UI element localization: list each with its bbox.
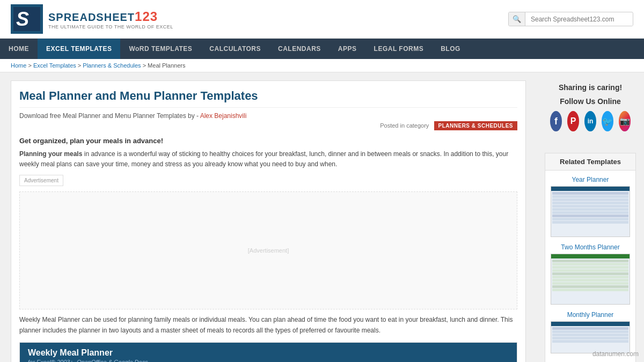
sharing-title: Sharing is caring! [550, 83, 631, 92]
facebook-icon[interactable]: f [550, 111, 562, 131]
search-icon: 🔍 [509, 12, 525, 26]
follow-title: Follow Us Online [550, 97, 631, 106]
breadcrumb-planners[interactable]: Planners & Schedules [83, 62, 141, 69]
search-input[interactable] [525, 13, 633, 26]
template-subtitle: for Excel® 2003+, OpenOffice & Google Do… [28, 359, 509, 362]
related-monthly-planner: Monthly Planner [551, 311, 630, 353]
main-content: Meal Planner and Menu Planner Templates … [0, 72, 537, 362]
category-bar: Posted in category PLANNERS & SCHEDULES [19, 120, 517, 131]
search-box[interactable]: 🔍 [508, 12, 633, 26]
nav-word-templates[interactable]: WoRD TEMPLATES [120, 39, 201, 59]
related-two-months-planner: Two Months Planner [551, 243, 630, 305]
breadcrumb-current: Meal Planners [148, 62, 185, 69]
sidebar: Sharing is caring! Follow Us Online f P … [537, 72, 644, 362]
related-title: Related Templates [545, 153, 635, 171]
instagram-icon[interactable]: 📷 [619, 111, 631, 131]
main-nav: HOME EXCEL TEMPLATES WoRD TEMPLATES CALC… [0, 39, 644, 59]
template-card-header: Weekly Meal Planner for Excel® 2003+, Op… [20, 343, 517, 362]
linkedin-icon[interactable]: in [584, 111, 596, 131]
template-title: Weekly Meal Planner [28, 348, 509, 358]
nav-calendars[interactable]: CALENDARS [269, 39, 330, 59]
related-templates: Related Templates Year Planner [545, 153, 636, 362]
watermark: datanumen.com [592, 350, 639, 358]
social-icons: f P in 🐦 📷 [550, 111, 631, 131]
breadcrumb: Home > Excel Templates > Planners & Sche… [0, 59, 644, 72]
nav-excel-templates[interactable]: EXCEL TEMPLATES [38, 39, 120, 59]
nav-calculators[interactable]: CALCULATORS [201, 39, 269, 59]
template-card: Weekly Meal Planner for Excel® 2003+, Op… [19, 342, 517, 362]
monthly-planner-thumb [551, 321, 630, 353]
page-title: Meal Planner and Menu Planner Templates [19, 89, 517, 108]
main-layout: Meal Planner and Menu Planner Templates … [0, 72, 644, 362]
article-box: Meal Planner and Menu Planner Templates … [11, 80, 526, 362]
svg-text:S: S [16, 8, 29, 30]
logo-area: S SPREADSHEET123 THE ULTIMATE GUIDE TO T… [11, 4, 173, 34]
related-year-planner: Year Planner [551, 176, 630, 237]
pinterest-icon[interactable]: P [567, 111, 579, 131]
twitter-icon[interactable]: 🐦 [602, 111, 613, 131]
article-body-text: in advance is a wonderful way of stickin… [19, 150, 508, 168]
article-body-bold: Planning your meals [19, 150, 82, 158]
year-planner-thumb [551, 186, 630, 237]
nav-blog[interactable]: BLOG [432, 39, 469, 59]
logo-text: SPREADSHEET123 THE ULTIMATE GUIDE TO THE… [48, 9, 173, 29]
advertisement-label: Advertisement [19, 175, 63, 186]
logo-icon: S [11, 4, 43, 34]
nav-home[interactable]: HOME [0, 39, 38, 59]
two-months-planner-link[interactable]: Two Months Planner [551, 243, 630, 251]
article-body: Planning your meals in advance is a wond… [19, 149, 517, 169]
breadcrumb-excel-templates[interactable]: Excel Templates [33, 62, 76, 69]
breadcrumb-home[interactable]: Home [11, 62, 26, 69]
site-header: S SPREADSHEET123 THE ULTIMATE GUIDE TO T… [0, 0, 644, 39]
year-planner-link[interactable]: Year Planner [551, 176, 630, 183]
category-badge[interactable]: PLANNERS & SCHEDULES [434, 121, 517, 130]
two-months-planner-thumb [551, 254, 630, 305]
article-subtitle: Download free Meal Planner and Menu Plan… [19, 112, 517, 120]
site-tagline: THE ULTIMATE GUIDE TO THE WORLD OF EXCEL [48, 24, 173, 29]
second-paragraph: Weekly Meal Planner can be used for plan… [19, 315, 517, 335]
site-title: SPREADSHEET123 [48, 9, 173, 24]
monthly-planner-link[interactable]: Monthly Planner [551, 311, 630, 319]
nav-apps[interactable]: APPS [330, 39, 365, 59]
advertisement-space: [Advertisement] [19, 191, 517, 309]
nav-legal-forms[interactable]: LEGAL FORMS [365, 39, 433, 59]
sharing-section: Sharing is caring! Follow Us Online f P … [545, 78, 636, 145]
article-intro: Get organized, plan your meals in advanc… [19, 137, 517, 145]
author-link[interactable]: Alex Bejanishvili [200, 112, 247, 120]
